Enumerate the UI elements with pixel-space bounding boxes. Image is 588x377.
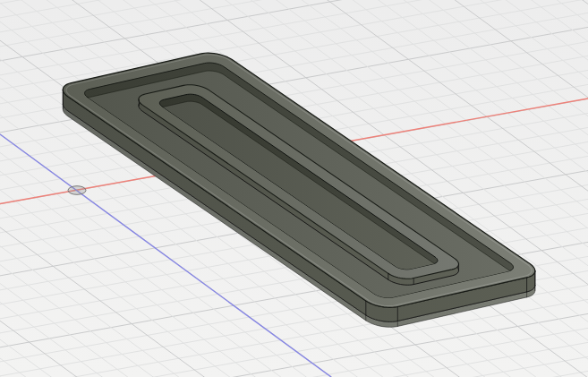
origin-marker[interactable] (68, 186, 86, 195)
cad-viewport[interactable] (0, 0, 588, 377)
viewport-canvas[interactable] (0, 0, 588, 377)
